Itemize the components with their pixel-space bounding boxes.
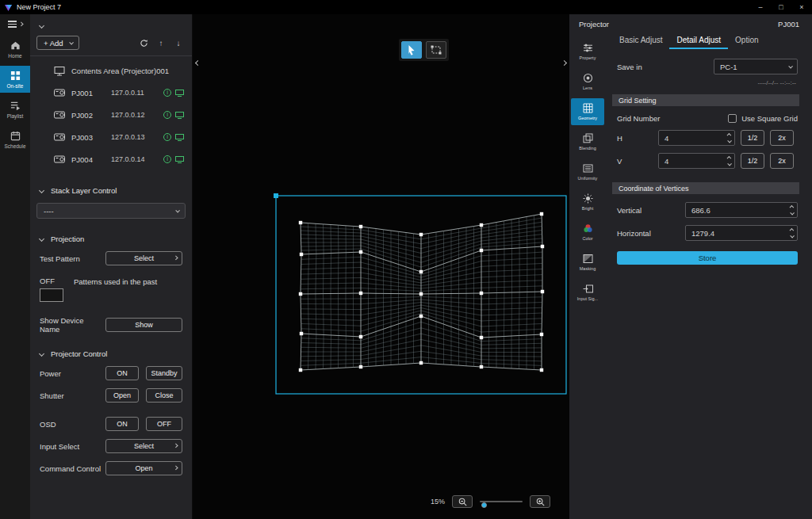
move-up-button[interactable]: ↑ xyxy=(154,36,168,49)
sidebar-item-playlist[interactable]: Playlist xyxy=(0,96,30,123)
mesh-control-point[interactable] xyxy=(419,270,423,273)
tool-bright[interactable]: Bright xyxy=(571,189,604,216)
vertical-stepper[interactable]: 686.6 xyxy=(685,202,798,218)
display-status-icon xyxy=(175,134,184,141)
projector-control-section-header[interactable]: Projector Control xyxy=(30,349,192,358)
tab-detail-adjust[interactable]: Detail Adjust xyxy=(669,32,728,49)
tool-color[interactable]: Color xyxy=(571,219,604,246)
contents-area-row[interactable]: Contents Area (Projector)001 xyxy=(30,59,192,82)
stack-layer-dropdown[interactable]: ---- xyxy=(36,203,186,219)
power-on-button[interactable]: ON xyxy=(105,366,139,380)
stepper-arrows[interactable] xyxy=(724,154,734,168)
tab-basic-adjust[interactable]: Basic Adjust xyxy=(612,32,669,49)
projector-icon xyxy=(54,111,65,119)
grid-v-double-button[interactable]: 2x xyxy=(770,153,794,169)
select-tool-button[interactable] xyxy=(401,41,422,59)
horizontal-stepper[interactable]: 1279.4 xyxy=(685,225,798,241)
vertices-header: Coordinate of Vertices xyxy=(612,182,799,194)
projector-row[interactable]: PJ004 127.0.0.14 xyxy=(30,148,192,170)
mesh-control-point[interactable] xyxy=(419,315,423,318)
maximize-button[interactable]: □ xyxy=(771,0,791,14)
shutter-open-button[interactable]: Open xyxy=(105,388,139,403)
sidebar-item-schedule[interactable]: Schedule xyxy=(0,126,30,153)
tool-masking[interactable]: Masking xyxy=(571,249,604,276)
stepper-arrows[interactable] xyxy=(787,203,797,217)
zoom-in-button[interactable] xyxy=(530,495,550,508)
mesh-control-point[interactable] xyxy=(359,365,362,368)
mesh-control-point[interactable] xyxy=(419,292,423,296)
minimize-button[interactable]: – xyxy=(750,0,771,14)
tool-property[interactable]: Property xyxy=(571,38,604,65)
projector-row[interactable]: PJ003 127.0.0.13 xyxy=(30,126,192,148)
mesh-control-point[interactable] xyxy=(419,361,423,364)
mesh-control-point[interactable] xyxy=(359,292,362,295)
mesh-control-point[interactable] xyxy=(359,225,362,228)
stepper-arrows[interactable] xyxy=(724,131,734,145)
command-control-button[interactable]: Open xyxy=(105,461,182,475)
tool-geometry[interactable]: Geometry xyxy=(571,98,604,125)
menu-button[interactable] xyxy=(8,21,23,28)
use-square-grid-checkbox[interactable] xyxy=(728,114,737,123)
mesh-control-point[interactable] xyxy=(299,292,302,296)
sidebar-item-home[interactable]: Home xyxy=(0,36,30,63)
mesh-control-point[interactable] xyxy=(300,253,303,256)
tab-option[interactable]: Option xyxy=(728,32,765,49)
grid-h-half-button[interactable]: 1/2 xyxy=(741,130,764,146)
grid-h-double-button[interactable]: 2x xyxy=(770,130,794,146)
refresh-button[interactable] xyxy=(136,36,151,49)
mesh-control-point[interactable] xyxy=(541,245,544,248)
grid-h-stepper[interactable]: 4 xyxy=(658,130,735,146)
geometry-canvas[interactable] xyxy=(193,14,569,519)
stack-layer-section-header[interactable]: Stack Layer Control xyxy=(30,186,192,195)
tool-uniformity[interactable]: Uniformity xyxy=(571,158,604,185)
zoom-slider-thumb[interactable] xyxy=(481,502,487,508)
tool-lens[interactable]: Lens xyxy=(571,68,604,95)
osd-off-button[interactable]: OFF xyxy=(146,417,182,431)
projector-row[interactable]: PJ001 127.0.0.11 xyxy=(30,82,192,104)
pattern-thumbnail[interactable] xyxy=(40,288,63,302)
collapse-right-panel-button[interactable] xyxy=(560,55,568,70)
stepper-arrows[interactable] xyxy=(787,226,797,240)
mesh-control-point[interactable] xyxy=(541,290,544,293)
grid-v-stepper[interactable]: 4 xyxy=(658,153,735,169)
zoom-slider[interactable] xyxy=(480,498,523,506)
shutter-close-button[interactable]: Close xyxy=(146,388,182,403)
mesh-control-point[interactable] xyxy=(299,368,302,372)
collapse-left-panel-button[interactable] xyxy=(193,55,201,70)
move-down-button[interactable]: ↓ xyxy=(171,36,186,49)
store-button[interactable]: Store xyxy=(617,251,798,265)
collapse-all-button[interactable] xyxy=(30,14,192,32)
test-pattern-select-button[interactable]: Select xyxy=(105,251,182,265)
layout-canvas[interactable]: 15% xyxy=(193,14,569,519)
projector-row[interactable]: PJ002 127.0.0.12 xyxy=(30,104,192,126)
mesh-control-point[interactable] xyxy=(419,233,423,236)
sidebar-item-onsite[interactable]: On-site xyxy=(0,66,30,93)
osd-on-button[interactable]: ON xyxy=(105,417,139,431)
power-standby-button[interactable]: Standby xyxy=(146,366,182,380)
tool-input-signal[interactable]: Input Sig... xyxy=(571,279,604,306)
mesh-control-point[interactable] xyxy=(480,223,483,227)
free-grid-tool-button[interactable] xyxy=(426,41,446,59)
zoom-out-button[interactable] xyxy=(452,495,473,508)
mesh-control-point[interactable] xyxy=(480,365,483,368)
mesh-control-point[interactable] xyxy=(300,332,303,335)
save-in-dropdown[interactable]: PC-1 xyxy=(714,59,798,74)
mesh-control-point[interactable] xyxy=(540,368,543,372)
mesh-control-point[interactable] xyxy=(359,335,362,338)
mesh-control-point[interactable] xyxy=(540,333,543,336)
input-select-button[interactable]: Select xyxy=(105,439,182,453)
selection-handle[interactable] xyxy=(274,193,278,198)
add-device-button[interactable]: + Add xyxy=(36,36,79,50)
mesh-control-point[interactable] xyxy=(480,336,483,339)
mesh-control-point[interactable] xyxy=(299,221,302,224)
show-device-name-button[interactable]: Show xyxy=(105,318,182,332)
grid-v-half-button[interactable]: 1/2 xyxy=(741,153,764,169)
mesh-control-point[interactable] xyxy=(480,292,483,295)
close-button[interactable]: × xyxy=(791,0,812,14)
mesh-control-point[interactable] xyxy=(540,212,543,216)
projection-section-header[interactable]: Projection xyxy=(30,235,192,243)
command-control-label: Command Control xyxy=(40,464,105,473)
tool-blending[interactable]: Blending xyxy=(571,128,604,155)
mesh-control-point[interactable] xyxy=(359,250,362,254)
mesh-control-point[interactable] xyxy=(480,249,483,252)
